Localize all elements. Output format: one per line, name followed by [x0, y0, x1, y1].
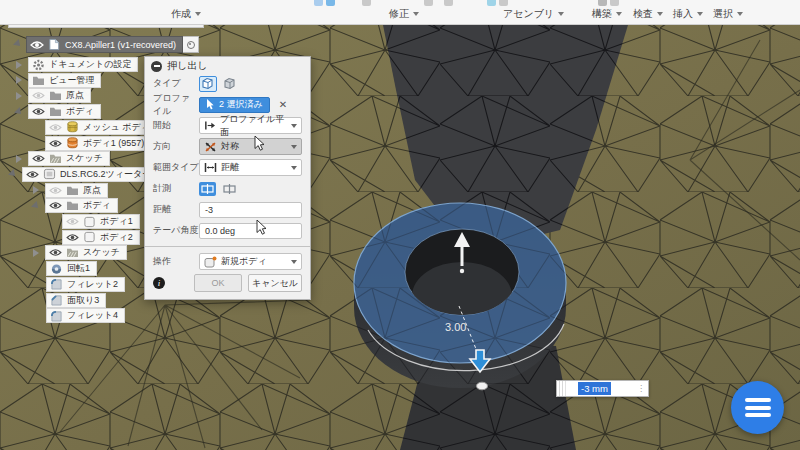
menu-construct[interactable]: 構築	[592, 7, 622, 21]
distance-input-value[interactable]: -3 mm	[578, 382, 611, 395]
type-thin-button[interactable]	[221, 76, 239, 92]
measure-whole-icon	[223, 184, 236, 194]
menu-inspect[interactable]: 検査	[633, 7, 663, 21]
toolbar-icon[interactable]	[362, 0, 371, 6]
tree-row[interactable]: スケッチ	[28, 151, 110, 166]
tree-row[interactable]: 原点	[28, 88, 91, 103]
start-dropdown[interactable]: プロファイル平面	[199, 117, 302, 134]
tree-row[interactable]: 原点	[45, 183, 108, 198]
eye-icon[interactable]	[49, 139, 62, 148]
hamburger-icon	[745, 398, 771, 402]
taper-angle-field[interactable]: 0.0 deg	[199, 223, 302, 239]
start-label: 開始	[153, 119, 199, 132]
type-solid-button[interactable]	[199, 76, 217, 92]
chevron-down-icon	[291, 166, 297, 170]
eye-icon[interactable]	[32, 107, 45, 116]
tree-row[interactable]: フィレット2	[46, 277, 125, 292]
distance-input-float[interactable]: -3 mm ⋮	[556, 380, 649, 397]
direction-dropdown[interactable]: 対称	[199, 138, 302, 155]
tree-row[interactable]: ボディ1 (9557)	[45, 136, 151, 151]
eye-icon[interactable]	[30, 40, 44, 50]
clear-selection-icon[interactable]: ✕	[279, 100, 287, 110]
center-point-handle[interactable]	[477, 382, 488, 390]
ok-button[interactable]: OK	[194, 274, 242, 292]
toolbar-icon[interactable]	[499, 0, 508, 6]
fillet-feature-icon	[50, 278, 63, 290]
row-start: 開始 プロファイル平面	[153, 117, 302, 134]
eye-icon[interactable]	[32, 91, 45, 100]
activate-component-radio[interactable]	[183, 36, 199, 53]
tree-row[interactable]: 回転1	[46, 261, 97, 276]
body-icon	[66, 137, 79, 149]
tree-row[interactable]: ボディ1	[62, 214, 140, 229]
distance-field[interactable]: -3	[199, 202, 302, 218]
folder-icon	[66, 185, 79, 196]
drag-grip-icon[interactable]	[557, 381, 566, 396]
extrude-thin-icon	[223, 77, 237, 90]
operation-dropdown[interactable]: 新規ボディ	[199, 253, 302, 270]
dialog-header[interactable]: 押し出し	[145, 57, 310, 75]
eye-icon[interactable]	[49, 123, 62, 132]
more-dots-icon[interactable]: ⋮	[637, 385, 645, 392]
tree-row-label: ビュー管理	[49, 74, 94, 87]
info-icon[interactable]: i	[153, 277, 165, 289]
chamfer-feature-icon	[50, 294, 63, 306]
toolbar-icon[interactable]	[598, 0, 607, 6]
row-taper: テーパ角度 0.0 deg	[153, 222, 302, 239]
menu-create[interactable]: 作成	[171, 7, 201, 21]
tree-row[interactable]: ビュー管理	[28, 73, 101, 88]
eye-icon[interactable]	[49, 201, 62, 210]
tree-row-label: ボディ	[66, 105, 94, 118]
folder-icon	[32, 75, 45, 86]
extent-dropdown[interactable]: 距離	[199, 159, 302, 176]
toolbar-icon[interactable]	[314, 0, 323, 6]
toolbar-icon[interactable]	[610, 0, 619, 6]
eye-icon[interactable]	[66, 217, 79, 226]
menu-assemble[interactable]: アセンブリ	[503, 7, 564, 21]
eye-icon[interactable]	[66, 233, 79, 242]
sketch-folder-icon	[66, 247, 79, 258]
top-toolbar: 作成 修正 アセンブリ 構築 検査 挿入 選択	[0, 0, 800, 25]
tree-row[interactable]: ボディ2	[62, 230, 140, 245]
taper-angle-label: テーパ角度	[153, 224, 199, 237]
dialog-footer: i OK キャンセル	[153, 274, 302, 292]
fillet-feature-icon	[50, 310, 63, 322]
toolbar-icon[interactable]	[487, 0, 496, 6]
eye-icon[interactable]	[49, 186, 62, 195]
sketch-folder-icon	[49, 153, 62, 164]
measure-half-icon	[201, 184, 214, 194]
chevron-down-icon	[291, 124, 297, 128]
chevron-down-icon	[558, 12, 564, 16]
menu-modify[interactable]: 修正	[389, 7, 419, 21]
component-icon	[43, 168, 56, 180]
extent-label: 範囲タイプ	[153, 161, 199, 174]
toolbar-icon[interactable]	[444, 0, 453, 6]
cancel-button[interactable]: キャンセル	[248, 274, 302, 292]
profile-selected-chip[interactable]: 2 選択済み	[199, 97, 270, 113]
measure-whole-button[interactable]	[221, 182, 238, 196]
eye-icon[interactable]	[32, 154, 45, 163]
tree-row[interactable]: ドキュメントの設定	[28, 57, 138, 72]
tree-row[interactable]: 面取り3	[46, 293, 106, 308]
tree-row[interactable]: スケッチ	[45, 245, 127, 260]
extrude-dialog[interactable]: 押し出し タイプ プロファイル 2 選択済み ✕ 開始 プロファイル平面	[144, 56, 311, 300]
toolbar-icon[interactable]	[326, 0, 335, 6]
tree-row-label: ボディ2	[100, 231, 133, 244]
menu-fab-button[interactable]	[731, 381, 784, 434]
menu-select[interactable]: 選択	[713, 7, 743, 21]
tree-row[interactable]: ボディ	[28, 104, 101, 119]
dialog-title: 押し出し	[167, 59, 207, 73]
row-type: タイプ	[153, 75, 302, 92]
tree-row[interactable]: フィレット4	[46, 308, 125, 323]
tree-row[interactable]: ボディ	[45, 198, 118, 213]
tree-row-label: ボディ1	[100, 215, 133, 228]
menu-insert[interactable]: 挿入	[673, 7, 703, 21]
measure-half-button[interactable]	[199, 182, 216, 196]
browser-root-row[interactable]: CX8.Apiller1 (v1-recovered)	[26, 36, 199, 53]
chevron-down-icon	[616, 12, 622, 16]
toolbar-icon[interactable]	[424, 0, 433, 6]
measure-label: 計測	[153, 182, 199, 195]
eye-icon[interactable]	[49, 248, 62, 257]
eye-icon[interactable]	[26, 170, 39, 179]
dialog-grip-icon[interactable]	[151, 61, 162, 72]
